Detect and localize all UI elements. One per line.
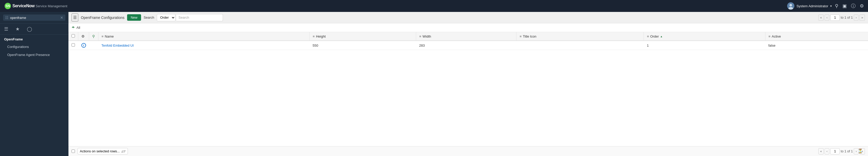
header-checkbox-col xyxy=(68,32,78,41)
table-container: ⚙ ⚲ ≡ Name ≡ xyxy=(68,32,868,146)
sidebar-item-agent-presence[interactable]: OpenFrame Agent Presence xyxy=(0,51,68,59)
user-name: System Administrator xyxy=(797,4,828,8)
col-height[interactable]: ≡ Height xyxy=(309,32,416,41)
sidebar-tabs: ☰ ★ ◯ xyxy=(0,24,68,35)
table-header: ⚙ ⚲ ≡ Name ≡ xyxy=(68,32,868,41)
sidebar: ☷ ✕ ☰ ★ ◯ OpenFrame Configurations OpenF… xyxy=(0,12,68,156)
search-input[interactable] xyxy=(10,16,59,20)
search-icon[interactable]: ⚲ xyxy=(835,3,838,9)
row-order-value: 1 xyxy=(647,44,649,47)
col-active-label: Active xyxy=(772,34,781,38)
sidebar-search-container: ☷ ✕ xyxy=(0,12,68,24)
bottom-pagination-info: to 1 of 1 xyxy=(841,149,853,153)
app-module: Service Management xyxy=(36,4,67,8)
timer-icon: ⏳ xyxy=(858,149,863,153)
data-table: ⚙ ⚲ ≡ Name ≡ xyxy=(68,32,868,50)
col-order-label: Order xyxy=(650,34,659,38)
sort-ascending-icon: ▲ xyxy=(660,35,663,38)
bottom-page-number-input[interactable] xyxy=(830,148,840,154)
new-button[interactable]: New xyxy=(127,14,141,21)
row-height-value: 550 xyxy=(313,44,318,47)
svg-point-3 xyxy=(789,4,792,6)
table-row: i Tenfold Embedded UI 550 283 xyxy=(68,41,868,50)
content-area: ☰ OpenFrame Configurations New Search Or… xyxy=(68,12,868,156)
filter-funnel-icon: ☂ xyxy=(71,26,75,30)
sidebar-tab-history[interactable]: ◯ xyxy=(26,25,33,33)
search-col-icon: ⚲ xyxy=(92,34,95,38)
col-name[interactable]: ≡ Name xyxy=(98,32,310,41)
first-page-button[interactable]: « xyxy=(818,15,824,21)
col-title-icon-icon: ≡ xyxy=(520,34,522,38)
sidebar-section-openframe[interactable]: OpenFrame xyxy=(0,35,68,43)
main-layout: ☷ ✕ ☰ ★ ◯ OpenFrame Configurations OpenF… xyxy=(0,12,868,156)
chevron-down-icon: ▾ xyxy=(830,4,832,8)
gear-icon[interactable]: ⚙ xyxy=(82,34,85,38)
filter-all-label[interactable]: All xyxy=(76,26,80,29)
settings-icon[interactable]: ⚙ xyxy=(860,3,864,9)
col-height-label: Height xyxy=(316,34,326,38)
logo: SN ServiceNow Service Management xyxy=(4,2,67,9)
col-active[interactable]: ≡ Active xyxy=(765,32,868,41)
actions-label: Actions on selected rows... xyxy=(80,149,120,153)
content-header: ☰ OpenFrame Configurations New Search Or… xyxy=(68,12,868,23)
col-name-label: Name xyxy=(105,34,114,38)
row-info-icon[interactable]: i xyxy=(82,43,86,48)
row-checkbox[interactable] xyxy=(71,43,75,47)
row-title-icon-cell xyxy=(517,41,644,50)
sidebar-nav: OpenFrame Configurations OpenFrame Agent… xyxy=(0,35,68,156)
sidebar-tab-favorites[interactable]: ★ xyxy=(14,25,21,33)
row-active-cell: false xyxy=(765,41,868,50)
col-name-icon: ≡ xyxy=(101,34,103,38)
last-page-button[interactable]: » xyxy=(860,15,865,21)
avatar-image xyxy=(787,2,795,9)
table-body: i Tenfold Embedded UI 550 283 xyxy=(68,41,868,50)
bottom-prev-page-button[interactable]: ‹ xyxy=(825,148,829,154)
row-order-cell: 1 xyxy=(644,41,765,50)
search-label: Search xyxy=(144,16,154,20)
select-all-checkbox[interactable] xyxy=(71,34,75,37)
sidebar-tab-list[interactable]: ☰ xyxy=(3,25,9,33)
search-field-select[interactable]: Order xyxy=(157,14,176,21)
servicenow-logo-icon: SN xyxy=(4,2,11,9)
top-navigation: SN ServiceNow Service Management System … xyxy=(0,0,868,12)
header-icon-col[interactable]: ⚙ xyxy=(78,32,89,41)
col-height-icon: ≡ xyxy=(313,34,315,38)
bottom-first-page-button[interactable]: « xyxy=(818,148,824,154)
col-title-icon-label: Title Icon xyxy=(523,34,536,38)
col-active-icon: ≡ xyxy=(769,34,771,38)
search-dropdown: Order xyxy=(157,14,223,21)
hamburger-menu-button[interactable]: ☰ xyxy=(71,14,78,22)
col-order-icon: ≡ xyxy=(647,34,649,38)
row-empty-cell xyxy=(89,41,98,50)
nav-icons: ⚲ ▣ ⓘ ⚙ xyxy=(835,3,864,9)
col-width-icon: ≡ xyxy=(419,34,421,38)
actions-dropdown[interactable]: Actions on selected rows... △▽ xyxy=(78,148,128,154)
avatar xyxy=(787,2,795,9)
bottom-select-all-checkbox[interactable] xyxy=(71,150,75,153)
chat-icon[interactable]: ▣ xyxy=(842,3,847,9)
help-icon[interactable]: ⓘ xyxy=(851,3,856,9)
pagination-info: to 1 of 1 xyxy=(841,16,853,20)
prev-page-button[interactable]: ‹ xyxy=(825,15,829,21)
row-height-cell: 550 xyxy=(309,41,416,50)
page-number-input[interactable]: 1 xyxy=(830,15,840,21)
col-width-label: Width xyxy=(423,34,431,38)
search-text-input[interactable] xyxy=(177,14,223,21)
row-name-link[interactable]: Tenfold Embedded UI xyxy=(101,44,134,47)
next-page-button[interactable]: › xyxy=(854,15,859,21)
col-width[interactable]: ≡ Width xyxy=(416,32,517,41)
clear-search-icon[interactable]: ✕ xyxy=(60,16,63,20)
app-name: ServiceNow xyxy=(12,4,35,8)
row-checkbox-cell xyxy=(68,41,78,50)
col-order[interactable]: ≡ Order ▲ xyxy=(644,32,765,41)
row-icon-cell: i xyxy=(78,41,89,50)
row-name-cell: Tenfold Embedded UI xyxy=(98,41,310,50)
sidebar-search-inner: ☷ ✕ xyxy=(3,15,65,21)
filter-icon: ☷ xyxy=(5,16,8,20)
col-title-icon[interactable]: ≡ Title Icon xyxy=(517,32,644,41)
header-search-col[interactable]: ⚲ xyxy=(89,32,98,41)
row-active-value: false xyxy=(768,44,775,47)
actions-chevron-icon: △▽ xyxy=(121,150,126,153)
sidebar-item-configurations[interactable]: Configurations xyxy=(0,43,68,51)
user-menu[interactable]: System Administrator ▾ xyxy=(787,2,832,9)
